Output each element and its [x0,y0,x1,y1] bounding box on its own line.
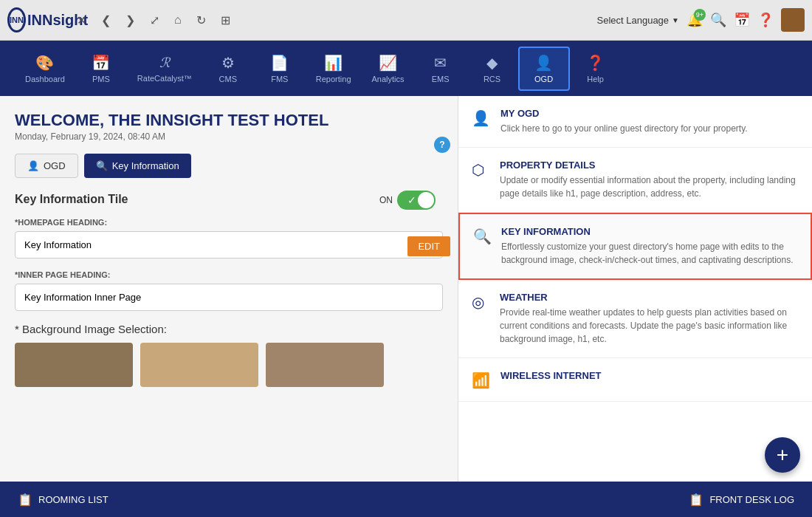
browser-actions: Select Language ▼ 🔔 9+ 🔍 📅 ❓ [597,8,805,32]
grid-button[interactable]: ⊞ [216,10,235,30]
right-panel-item-key-information[interactable]: 🔍 KEY INFORMATION Effortlessly customize… [458,213,812,280]
main-content: WELCOME, THE INNSIGHT TEST HOTEL Monday,… [0,96,812,517]
nav-label-analytics: Analytics [372,75,405,83]
back-button[interactable]: ❮ [97,10,115,30]
weather-icon: ◎ [472,293,489,346]
homepage-heading-label: *HOMEPAGE HEADING: [15,218,443,227]
key-information-title: KEY INFORMATION [501,226,797,237]
my-ogd-title: MY OGD [500,108,748,119]
nav-label-ratecatalyst: RateCatalyst™ [137,74,192,83]
breadcrumb-ogd-button[interactable]: 👤 OGD [15,154,78,178]
pms-icon: 📅 [92,54,110,72]
front-desk-log-button[interactable]: 📋 FRONT DESK LOG [680,488,803,511]
thumbnail-2[interactable] [140,343,258,387]
toggle-thumb [418,192,434,208]
nav-label-cms: CMS [219,75,237,83]
calendar-button[interactable]: 📅 [734,12,750,28]
browser-bar: INN INNsight ✕ ❮ ❯ ⤢ ⌂ ↻ ⊞ Select Langua… [0,0,812,41]
welcome-title: WELCOME, THE INNSIGHT TEST HOTEL [15,111,443,130]
nav-item-cms[interactable]: ⚙ CMS [202,48,254,89]
reporting-icon: 📊 [324,54,343,72]
weather-title: WEATHER [500,292,799,303]
breadcrumb: 👤 OGD 🔍 Key Information [15,154,443,178]
rcs-icon: ◆ [486,54,498,72]
refresh-button[interactable]: ↻ [192,10,210,30]
nav-item-ems[interactable]: ✉ EMS [415,48,467,89]
ogd-breadcrumb-label: OGD [44,160,66,171]
user-icon: 👤 [27,160,39,171]
rooming-list-button[interactable]: 📋 ROOMING LIST [9,488,117,511]
my-ogd-icon: 👤 [472,109,490,135]
front-desk-icon: 📋 [689,493,703,507]
thumbnail-1[interactable] [15,343,133,387]
toggle-container: ON ✓ [379,191,436,210]
welcome-section: WELCOME, THE INNSIGHT TEST HOTEL Monday,… [15,111,443,142]
image-thumbnails [15,343,443,387]
maximize-button[interactable]: ⤢ [145,10,164,30]
help-nav-icon: ❓ [586,54,605,72]
language-selector[interactable]: Select Language ▼ [597,15,680,26]
toggle-label: ON [379,195,393,205]
nav-item-ogd[interactable]: 👤 OGD [518,47,570,91]
nav-label-pms: PMS [92,75,110,83]
chevron-down-icon: ▼ [672,16,679,24]
homepage-heading-group: *HOMEPAGE HEADING: [15,218,443,258]
right-panel-item-my-ogd[interactable]: 👤 MY OGD Click here to go to your online… [458,96,812,148]
right-panel-item-property-details[interactable]: ⬡ PROPERTY DETAILS Update or modify esse… [458,148,812,213]
analytics-icon: 📈 [379,54,397,72]
wireless-title: WIRELESS INTERNET [500,370,602,381]
nav-bar: 🎨 Dashboard 📅 PMS ℛ RateCatalyst™ ⚙ CMS … [0,41,812,96]
language-label: Select Language [597,15,670,26]
close-button[interactable]: ✕ [72,10,91,30]
property-details-desc: Update or modify essential information a… [500,174,799,200]
right-panel-item-wireless[interactable]: 📶 WIRELESS INTERNET [458,358,812,402]
ems-icon: ✉ [434,54,447,72]
forward-button[interactable]: ❯ [121,10,140,30]
nav-item-help[interactable]: ❓ Help [570,48,622,89]
rooming-list-icon: 📋 [18,493,32,507]
nav-label-rcs: RCS [484,75,500,83]
help-button[interactable]: ❓ [757,12,774,28]
avatar[interactable] [781,8,805,32]
home-button[interactable]: ⌂ [170,10,186,30]
welcome-date: Monday, February 19, 2024, 08:40 AM [15,131,443,142]
nav-item-fms[interactable]: 📄 FMS [254,48,306,89]
nav-item-reporting[interactable]: 📊 Reporting [306,48,362,89]
nav-item-rcs[interactable]: ◆ RCS [467,48,518,89]
homepage-heading-input[interactable] [15,231,443,258]
edit-button[interactable]: EDIT [407,236,450,256]
notification-button[interactable]: 🔔 9+ [687,12,703,28]
inner-heading-label: *INNER PAGE HEADING: [15,270,443,279]
right-panel-item-weather[interactable]: ◎ WEATHER Provide real-time weather upda… [458,280,812,358]
dashboard-icon: 🎨 [35,54,54,72]
check-icon: ✓ [407,194,416,206]
left-panel: WELCOME, THE INNSIGHT TEST HOTEL Monday,… [0,96,458,517]
fms-icon: 📄 [270,54,289,72]
fab-button[interactable]: + [765,437,800,473]
inner-heading-group: *INNER PAGE HEADING: [15,270,443,311]
inner-heading-input[interactable] [15,284,443,311]
search-button[interactable]: 🔍 [710,12,726,28]
section-title: Key Information Tile [15,193,443,206]
bg-selection-title: * Background Image Selection: [15,323,443,335]
property-details-title: PROPERTY DETAILS [500,160,799,171]
weather-desc: Provide real-time weather updates to hel… [500,306,799,346]
nav-item-analytics[interactable]: 📈 Analytics [362,48,415,89]
nav-label-help: Help [587,75,604,83]
thumbnail-3[interactable] [266,343,384,387]
logo-icon: INN [7,7,26,32]
nav-label-reporting: Reporting [316,75,351,83]
my-ogd-desc: Click here to go to your online guest di… [500,122,748,135]
nav-label-dashboard: Dashboard [25,75,65,83]
breadcrumb-key-info-button[interactable]: 🔍 Key Information [84,154,191,178]
nav-item-pms[interactable]: 📅 PMS [75,48,127,89]
nav-item-ratecatalyst[interactable]: ℛ RateCatalyst™ [127,49,202,89]
property-details-icon: ⬡ [472,161,489,200]
nav-label-ems: EMS [432,75,450,83]
bottom-bar: 📋 ROOMING LIST 📋 FRONT DESK LOG [0,482,812,517]
ogd-icon: 👤 [534,54,553,72]
toggle-switch[interactable]: ✓ [397,191,436,210]
app-logo: INN INNsight [7,7,66,33]
nav-item-dashboard[interactable]: 🎨 Dashboard [15,48,75,89]
help-float-button[interactable]: ? [434,137,450,153]
